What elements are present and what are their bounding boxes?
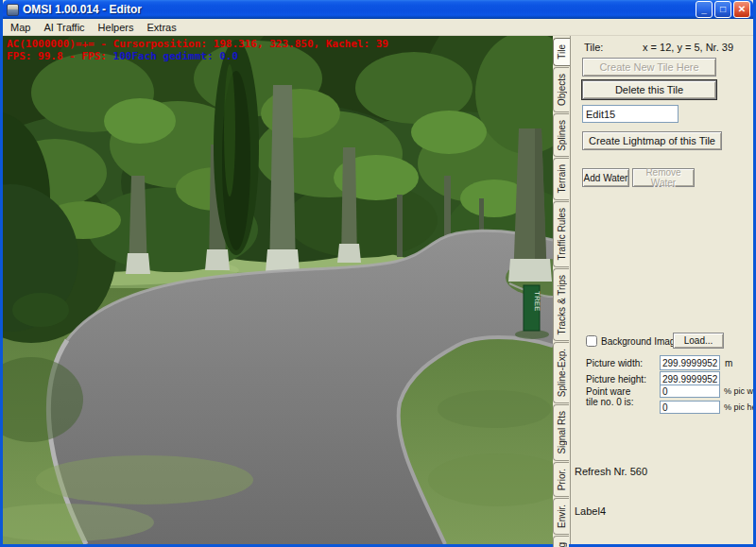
side-tabstrip: Tile Objects Splines Terrain Traffic Rul… — [553, 36, 570, 544]
add-water-button[interactable]: Add Water — [582, 168, 629, 187]
debug-overlay: AC(1000000)=+= - Cursorposition: 198.316… — [7, 38, 388, 62]
tab-tile[interactable]: Tile — [553, 38, 570, 66]
tab-terrain[interactable]: Terrain — [553, 158, 569, 200]
tab-debug[interactable]: Debug — [553, 536, 569, 547]
delete-tile-button[interactable]: Delete this Tile — [582, 80, 716, 99]
create-new-tile-button[interactable]: Create New Tile Here — [582, 58, 716, 77]
menu-ai-traffic[interactable]: AI Traffic — [37, 20, 91, 35]
tab-tracks-trips[interactable]: Tracks & Trips — [553, 268, 569, 342]
picture-height-label: Picture height: — [586, 374, 646, 385]
tab-splines[interactable]: Splines — [553, 113, 569, 158]
tab-envir[interactable]: Envir. — [553, 498, 569, 535]
tab-signal-rts[interactable]: Signal Rts — [553, 404, 569, 461]
tile-panel: Tile: x = 12, y = 5, Nr. 39 Create New T… — [570, 36, 753, 544]
menu-bar: Map AI Traffic Helpers Extras — [3, 19, 753, 36]
remove-water-button[interactable]: Remove Water — [632, 168, 695, 187]
menu-extras[interactable]: Extras — [141, 20, 183, 35]
3d-viewport[interactable]: TREE AC(1000000)= — [3, 36, 553, 544]
tab-traffic-rules[interactable]: Traffic Rules — [553, 201, 569, 267]
tab-prior[interactable]: Prior. — [553, 462, 569, 497]
menu-map[interactable]: Map — [4, 20, 37, 35]
refresh-counter: Refresh Nr. 560 — [575, 466, 647, 477]
tab-spline-exp[interactable]: Spline-Exp. — [553, 342, 569, 403]
debug-line1: AC(1000000)=+= - Cursorposition: 198.316… — [7, 38, 388, 50]
sign-text: TREE — [533, 291, 541, 311]
minimize-button[interactable]: _ — [696, 1, 713, 18]
load-button[interactable]: Load... — [673, 333, 724, 349]
tile-label: Tile: — [584, 42, 603, 53]
debug-line2-fps: FPS: 99.8 - FPS: — [7, 50, 113, 62]
picture-width-unit: m — [725, 358, 732, 368]
pic-height-percent-input[interactable] — [660, 401, 720, 414]
point-ware-label-line2: tile no. 0 is: — [586, 397, 634, 407]
tab-objects[interactable]: Objects — [553, 67, 569, 112]
background-image-checkbox[interactable] — [586, 335, 597, 347]
pic-height-percent-unit: % pic height — [724, 402, 753, 412]
background-image-label: Background Image: — [601, 336, 683, 347]
tile-coordinates: x = 12, y = 5, Nr. 39 — [643, 42, 733, 53]
app-icon — [7, 4, 19, 16]
pic-width-percent-input[interactable] — [660, 385, 720, 398]
picture-width-input[interactable] — [660, 355, 720, 370]
create-lightmap-button[interactable]: Create Lightmap of this Tile — [582, 131, 722, 150]
debug-line2-dim: 100Fach gedimmt: 0.0 — [113, 50, 238, 62]
scene-render: TREE — [3, 36, 553, 544]
omsi-editor-window: OMSI 1.00.014 - Editor _ □ ✕ Map AI Traf… — [0, 0, 756, 547]
tile-name-input[interactable] — [582, 105, 679, 123]
debug-line2: FPS: 99.8 - FPS: 100Fach gedimmt: 0.0 — [7, 50, 388, 62]
picture-width-label: Picture width: — [586, 358, 643, 368]
close-button[interactable]: ✕ — [733, 1, 750, 18]
window-title: OMSI 1.00.014 - Editor — [23, 3, 694, 16]
menu-helpers[interactable]: Helpers — [92, 20, 141, 35]
label4: Label4 — [575, 505, 606, 517]
point-ware-label-line1: Point ware — [586, 386, 630, 397]
title-bar[interactable]: OMSI 1.00.014 - Editor _ □ ✕ — [3, 0, 753, 19]
maximize-button[interactable]: □ — [714, 1, 731, 18]
pic-width-percent-unit: % pic width — [724, 386, 753, 396]
